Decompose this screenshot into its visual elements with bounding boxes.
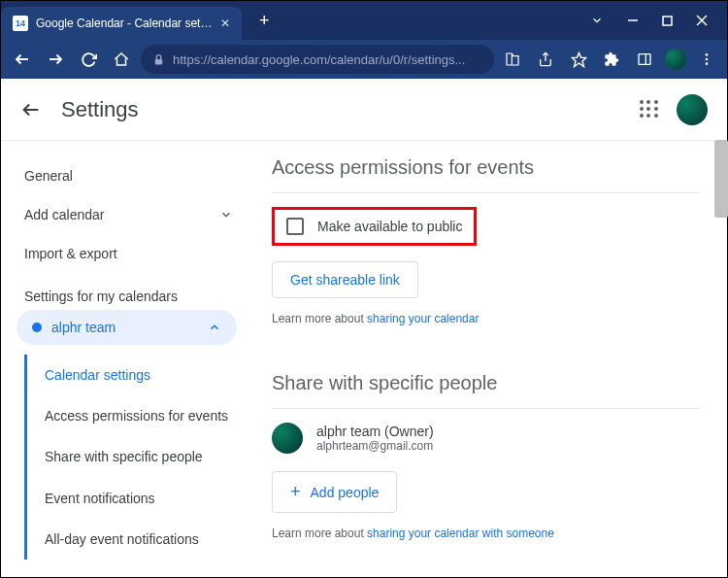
extensions-icon[interactable] (599, 46, 624, 73)
lock-icon (152, 53, 165, 66)
learn-more-link[interactable]: sharing your calendar (367, 312, 479, 325)
maximize-icon[interactable] (662, 16, 673, 26)
settings-back-button[interactable] (20, 99, 42, 120)
sidebar-item-general[interactable]: General (17, 156, 248, 195)
reload-button[interactable] (75, 46, 102, 73)
google-apps-icon[interactable] (640, 100, 659, 119)
divider (272, 192, 700, 193)
sidebar-item-add-calendar[interactable]: Add calendar (17, 195, 248, 234)
sidepanel-icon[interactable] (632, 46, 657, 73)
highlight-box: Make available to public (272, 207, 477, 246)
calendar-name: alphr team (51, 320, 116, 335)
section-title-share: Share with specific people (272, 372, 700, 394)
section-title-access: Access permissions for events (272, 156, 700, 179)
profile-avatar-small[interactable] (665, 49, 686, 70)
close-window-icon[interactable] (696, 15, 708, 26)
sidebar-sublist: Calendar settings Access permissions for… (24, 355, 248, 560)
address-bar[interactable]: https://calendar.google.com/calendar/u/0… (141, 45, 494, 74)
sidebar-section-heading: Settings for my calendars (24, 289, 248, 304)
forward-button[interactable] (42, 46, 69, 73)
sidebar-item-import-export[interactable]: Import & export (17, 234, 248, 273)
url-text: https://calendar.google.com/calendar/u/0… (173, 52, 465, 67)
subitem-access-permissions[interactable]: Access permissions for events (27, 395, 248, 436)
chevron-down-icon[interactable] (590, 14, 604, 27)
browser-tab[interactable]: 14 Google Calendar - Calendar settin ✕ (1, 7, 242, 40)
tab-title: Google Calendar - Calendar settin (36, 17, 213, 30)
menu-icon[interactable] (694, 46, 719, 73)
get-shareable-link-button[interactable]: Get shareable link (272, 261, 418, 298)
home-button[interactable] (108, 46, 135, 73)
subitem-share-specific[interactable]: Share with specific people (27, 436, 248, 477)
settings-sidebar: General Add calendar Import & export Set… (1, 141, 248, 578)
learn-more-link-2[interactable]: sharing your calendar with someone (367, 527, 554, 540)
svg-point-13 (706, 62, 709, 65)
page-title: Settings (61, 97, 139, 122)
back-button[interactable] (9, 46, 36, 73)
browser-titlebar: 14 Google Calendar - Calendar settin ✕ + (1, 1, 727, 40)
svg-rect-1 (663, 17, 672, 25)
main-panel: Access permissions for events Make avail… (248, 141, 727, 578)
svg-point-12 (706, 58, 709, 61)
svg-rect-9 (639, 54, 650, 65)
calendar-color-dot (32, 323, 42, 332)
learn-more-text-2: Learn more about sharing your calendar w… (272, 527, 700, 540)
svg-rect-6 (155, 58, 163, 63)
minimize-icon[interactable] (627, 15, 639, 26)
svg-marker-8 (572, 52, 585, 66)
sidebar-label: Import & export (24, 246, 117, 261)
bookmark-icon[interactable] (566, 46, 591, 73)
browser-toolbar: https://calendar.google.com/calendar/u/0… (1, 40, 727, 79)
account-avatar[interactable] (677, 94, 708, 125)
add-people-button[interactable]: + Add people (272, 471, 397, 513)
window-controls (590, 14, 719, 27)
sidebar-calendar-selected[interactable]: alphr team (17, 310, 237, 345)
chevron-up-icon (208, 321, 221, 334)
share-icon[interactable] (533, 46, 558, 73)
divider (272, 408, 700, 409)
shared-person-row: alphr team (Owner) alphrteam@gmail.com (272, 423, 700, 454)
learn-more-text: Learn more about sharing your calendar (272, 312, 700, 325)
person-name: alphr team (Owner) (316, 424, 434, 439)
chevron-down-icon (219, 208, 233, 221)
public-checkbox-label: Make available to public (317, 219, 462, 234)
plus-icon: + (290, 482, 301, 502)
calendar-favicon: 14 (13, 16, 28, 31)
sidebar-label: General (24, 168, 73, 184)
sidebar-label: Add calendar (24, 207, 105, 222)
page-header: Settings (1, 79, 727, 141)
person-email: alphrteam@gmail.com (316, 439, 434, 453)
svg-point-11 (706, 53, 709, 56)
subitem-allday-notifications[interactable]: All-day event notifications (27, 519, 248, 560)
toolbar-right (500, 46, 719, 73)
close-tab-icon[interactable]: ✕ (220, 17, 230, 30)
public-checkbox[interactable] (286, 218, 304, 235)
content-area: General Add calendar Import & export Set… (1, 141, 727, 578)
add-people-label: Add people (311, 485, 380, 500)
scrollbar-thumb[interactable] (714, 140, 728, 218)
person-avatar (272, 423, 303, 454)
subitem-calendar-settings[interactable]: Calendar settings (27, 355, 248, 395)
subitem-event-notifications[interactable]: Event notifications (27, 478, 248, 519)
new-tab-button[interactable]: + (259, 11, 270, 31)
translate-icon[interactable] (500, 46, 525, 73)
